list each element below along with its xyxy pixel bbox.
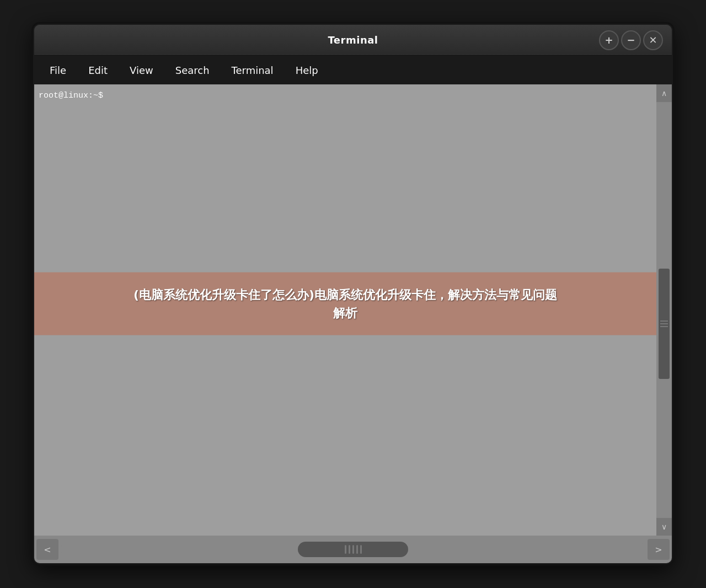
overlay-text: (电脑系统优化升级卡住了怎么办)电脑系统优化升级卡住，解决方法与常见问题 解析	[133, 286, 557, 322]
minimize-button[interactable]: −	[621, 30, 641, 50]
scrollbar-track-vertical[interactable]	[656, 102, 672, 518]
menu-file[interactable]: File	[39, 60, 77, 81]
grip-line-1	[660, 320, 668, 322]
window-title: Terminal	[328, 34, 378, 46]
menu-search[interactable]: Search	[164, 60, 221, 81]
terminal-window: Terminal + − ✕ File Edit View Search Ter…	[33, 24, 673, 564]
scrollbar-grip	[659, 320, 670, 327]
hscroll-grip-1	[345, 545, 346, 554]
scroll-right-button[interactable]: >	[648, 539, 670, 560]
close-button[interactable]: ✕	[643, 30, 663, 50]
terminal-area[interactable]: root@linux:~$ (电脑系统优化升级卡住了怎么办)电脑系统优化升级卡住…	[34, 84, 672, 536]
hscroll-grip-5	[360, 545, 362, 554]
scroll-left-button[interactable]: <	[36, 539, 58, 560]
scroll-up-button[interactable]: ∧	[656, 84, 672, 102]
horizontal-scrollbar[interactable]: < >	[34, 536, 672, 563]
overlay-banner: (电脑系统优化升级卡住了怎么办)电脑系统优化升级卡住，解决方法与常见问题 解析	[34, 272, 656, 335]
hscroll-grip-4	[356, 545, 358, 554]
menu-edit[interactable]: Edit	[77, 60, 119, 81]
vertical-scrollbar[interactable]: ∧ ∨	[656, 84, 672, 536]
title-bar: Terminal + − ✕	[34, 25, 672, 56]
hscroll-thumb[interactable]	[298, 542, 408, 557]
grip-line-2	[660, 323, 668, 324]
menu-view[interactable]: View	[119, 60, 164, 81]
menu-terminal[interactable]: Terminal	[221, 60, 285, 81]
menu-bar: File Edit View Search Terminal Help	[34, 56, 672, 84]
grip-line-3	[660, 326, 668, 327]
add-tab-button[interactable]: +	[599, 30, 619, 50]
window-controls: + − ✕	[599, 30, 663, 50]
terminal-prompt: root@linux:~$	[39, 91, 652, 100]
menu-help[interactable]: Help	[285, 60, 329, 81]
terminal-content[interactable]: root@linux:~$ (电脑系统优化升级卡住了怎么办)电脑系统优化升级卡住…	[34, 84, 656, 536]
hscroll-track[interactable]	[61, 542, 645, 557]
scroll-down-button[interactable]: ∨	[656, 518, 672, 536]
hscroll-grip-3	[352, 545, 354, 554]
hscroll-grip-2	[349, 545, 350, 554]
scrollbar-thumb-vertical[interactable]	[659, 269, 670, 379]
